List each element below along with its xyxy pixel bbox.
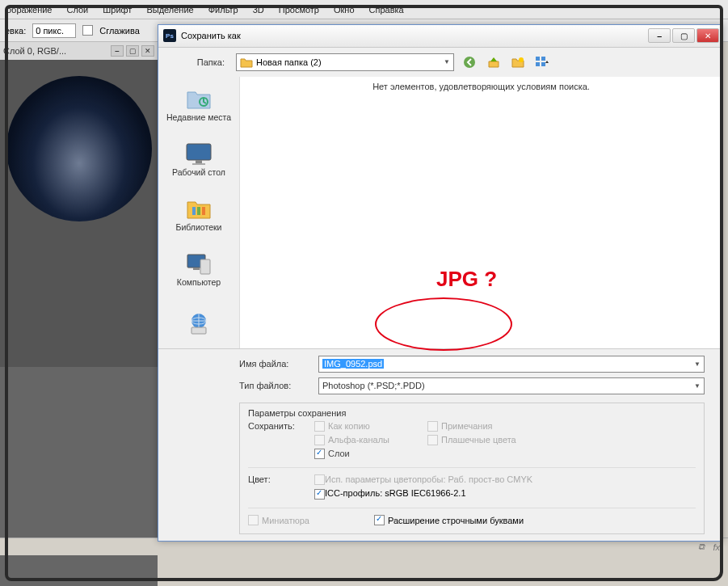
svg-rect-9 (192, 163, 205, 165)
photoshop-icon: Ps (163, 29, 176, 42)
feather-label: евка: (5, 26, 26, 36)
empty-message: Нет элементов, удовлетворяющих условиям … (372, 82, 590, 91)
chevron-down-icon: ▼ (694, 382, 701, 390)
dialog-titlebar[interactable]: Ps Сохранить как ‒ ▢ ✕ (158, 25, 722, 48)
svg-rect-10 (192, 207, 196, 215)
folder-label: Папка: (165, 57, 229, 67)
menu-type[interactable]: Шрифт (103, 5, 132, 15)
svg-rect-7 (187, 144, 211, 160)
filetype-combo[interactable]: Photoshop (*.PSD;*.PDD) ▼ (318, 377, 705, 394)
dialog-minimize-button[interactable]: ‒ (648, 28, 671, 43)
layers-option[interactable]: Слои (314, 449, 411, 459)
notes-option: Примечания (427, 421, 524, 432)
desktop-icon (184, 141, 213, 167)
network-icon (184, 310, 213, 336)
places-bar: Недавние места Рабочий стол Библиотеки К… (158, 77, 239, 348)
menu-bar: ображение Слои Шрифт Выделение Фильтр 3D… (0, 0, 728, 19)
svg-rect-11 (197, 207, 200, 215)
svg-rect-18 (191, 327, 206, 334)
dialog-title: Сохранить как (181, 31, 241, 40)
filename-combo[interactable]: IMG_0952.psd ▼ (318, 356, 705, 373)
place-desktop[interactable]: Рабочий стол (164, 135, 234, 183)
file-listing[interactable]: Нет элементов, удовлетворяющих условиям … (239, 77, 722, 348)
filename-value: IMG_0952.psd (322, 359, 384, 369)
thumbnail-option: Миниатюра (248, 515, 309, 525)
dialog-close-button[interactable]: ✕ (696, 28, 719, 43)
menu-window[interactable]: Окно (334, 5, 355, 15)
folder-icon (240, 57, 253, 68)
new-folder-button[interactable] (509, 53, 527, 71)
antialias-label: Сглажива (99, 26, 140, 36)
doc-maximize-button[interactable]: ▢ (126, 45, 139, 57)
chevron-down-icon: ▼ (694, 360, 701, 368)
svg-rect-5 (541, 62, 545, 66)
menu-layers[interactable]: Слои (66, 5, 88, 15)
annotation-text: JPG ? (436, 267, 497, 292)
svg-point-1 (519, 57, 524, 62)
color-section-label: Цвет: (248, 474, 305, 500)
place-network[interactable] (164, 300, 234, 348)
place-libraries[interactable]: Библиотеки (164, 190, 234, 238)
dialog-toolbar: Папка: Новая папка (2) ▼ (158, 48, 722, 77)
save-section-label: Сохранить: (248, 421, 305, 459)
filename-label: Имя файла: (239, 359, 312, 369)
computer-icon (184, 251, 213, 276)
feather-input[interactable] (32, 23, 76, 38)
place-recent[interactable]: Недавние места (164, 80, 234, 129)
folder-name: Новая папка (2) (256, 57, 322, 67)
up-button[interactable] (485, 53, 503, 71)
back-button[interactable] (461, 53, 478, 71)
document-window: Слой 0, RGB/... ‒ ▢ ✕ (0, 42, 158, 367)
menu-help[interactable]: Справка (369, 5, 404, 15)
dialog-maximize-button[interactable]: ▢ (672, 28, 695, 43)
document-canvas[interactable] (0, 60, 158, 367)
place-computer[interactable]: Компьютер (164, 245, 234, 293)
as-copy-option: Как копию (314, 421, 411, 432)
doc-close-button[interactable]: ✕ (141, 45, 154, 57)
view-menu-button[interactable] (533, 53, 551, 71)
fx-label: fx (713, 542, 720, 552)
svg-rect-12 (202, 207, 205, 215)
menu-filter[interactable]: Фильтр (208, 5, 238, 15)
svg-rect-8 (196, 160, 202, 163)
chevron-down-icon: ▼ (444, 58, 450, 65)
folder-combo[interactable]: Новая папка (2) ▼ (236, 53, 454, 71)
svg-rect-14 (193, 268, 200, 270)
menu-select[interactable]: Выделение (146, 5, 193, 15)
filetype-value: Photoshop (*.PSD;*.PDD) (322, 381, 425, 390)
image-preview-fisheye (6, 76, 152, 221)
menu-view[interactable]: Просмотр (279, 5, 319, 15)
doc-minimize-button[interactable]: ‒ (111, 45, 124, 57)
icc-option[interactable]: ICC-профиль: sRGB IEC61966-2.1 (314, 488, 532, 500)
save-options-heading: Параметры сохранения (248, 408, 696, 418)
menu-image[interactable]: ображение (6, 5, 52, 15)
svg-point-0 (464, 57, 475, 68)
alpha-option: Альфа-каналы (314, 435, 411, 445)
antialias-checkbox[interactable] (82, 25, 93, 36)
svg-rect-4 (536, 62, 540, 66)
filetype-label: Тип файлов: (239, 381, 312, 390)
lowercase-ext-option[interactable]: Расширение строчными буквами (374, 515, 524, 525)
svg-rect-2 (536, 57, 540, 61)
svg-rect-3 (541, 57, 545, 61)
document-title: Слой 0, RGB/... (3, 46, 66, 56)
menu-3d[interactable]: 3D (253, 5, 264, 15)
spot-option: Плашечные цвета (427, 435, 524, 445)
svg-rect-15 (200, 259, 210, 274)
dialog-bottom-panel: Имя файла: IMG_0952.psd ▼ Тип файлов: Ph… (158, 348, 722, 541)
libraries-icon (184, 196, 213, 221)
recent-icon (184, 86, 213, 112)
proof-option: Исп. параметры цветопробы: Раб. прост-во… (314, 474, 532, 486)
save-options-group: Параметры сохранения Сохранить: Как копи… (239, 403, 705, 534)
link-icon: ⧉ (698, 542, 705, 552)
document-titlebar: Слой 0, RGB/... ‒ ▢ ✕ (0, 42, 158, 60)
